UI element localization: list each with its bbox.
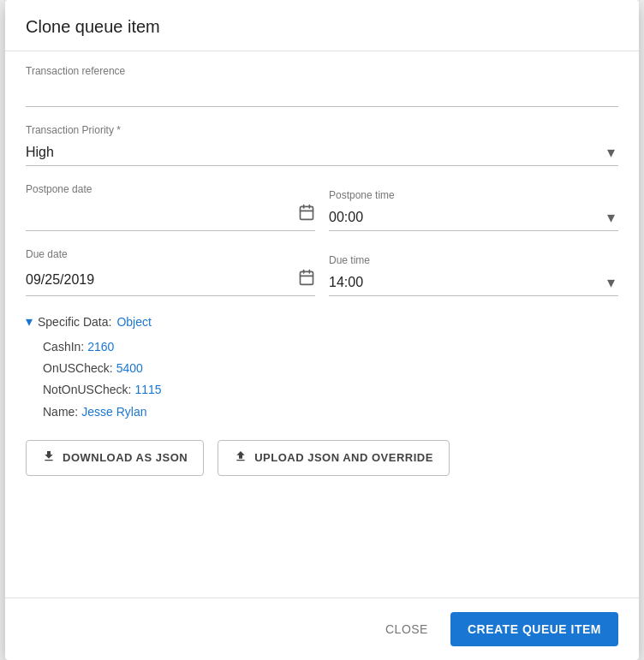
specific-data-header: ▾ Specific Data: Object bbox=[26, 313, 618, 330]
specific-data-section: ▾ Specific Data: Object CashIn: 2160 OnU… bbox=[26, 313, 618, 423]
due-date-input-wrapper bbox=[26, 264, 315, 296]
cashin-value: 2160 bbox=[87, 336, 114, 358]
due-time-group: Due time 00:00 06:00 12:00 14:00 18:00 ▾ bbox=[329, 254, 618, 296]
list-item: Name: Jesse Rylan bbox=[43, 401, 618, 423]
transaction-reference-label: Transaction reference bbox=[26, 65, 618, 77]
transaction-reference-input[interactable] bbox=[26, 80, 618, 107]
cashin-key: CashIn: bbox=[43, 336, 84, 358]
due-time-label: Due time bbox=[329, 254, 618, 266]
specific-data-expand-icon[interactable]: ▾ bbox=[26, 313, 33, 330]
upload-icon bbox=[234, 449, 247, 467]
specific-data-rows: CashIn: 2160 OnUSCheck: 5400 NotOnUSChec… bbox=[26, 336, 618, 423]
due-date-label: Due date bbox=[26, 248, 315, 260]
download-icon bbox=[42, 449, 56, 467]
onuscheck-key: OnUSCheck: bbox=[43, 358, 113, 379]
svg-rect-4 bbox=[301, 271, 313, 284]
download-json-label: DOWNLOAD AS JSON bbox=[63, 451, 188, 464]
list-item: OnUSCheck: 5400 bbox=[43, 358, 618, 379]
notonuscheck-key: NotOnUSCheck: bbox=[43, 379, 131, 401]
postpone-date-group: Postpone date bbox=[26, 183, 315, 231]
due-time-select-wrapper: 00:00 06:00 12:00 14:00 18:00 ▾ bbox=[329, 270, 618, 296]
clone-queue-item-dialog: Clone queue item Transaction reference T… bbox=[5, 0, 639, 660]
postpone-time-select[interactable]: 00:00 06:00 12:00 14:00 18:00 bbox=[329, 210, 618, 224]
json-buttons-row: DOWNLOAD AS JSON UPLOAD JSON AND OVERRID… bbox=[26, 440, 618, 476]
name-value: Jesse Rylan bbox=[81, 401, 146, 423]
due-row: Due date Due time bbox=[26, 248, 618, 296]
transaction-priority-group: Transaction Priority * Low Medium High C… bbox=[26, 124, 618, 166]
list-item: NotOnUSCheck: 1115 bbox=[43, 379, 618, 401]
postpone-time-select-wrapper: 00:00 06:00 12:00 14:00 18:00 ▾ bbox=[329, 205, 618, 231]
dialog-body: Transaction reference Transaction Priori… bbox=[5, 51, 639, 598]
specific-data-type[interactable]: Object bbox=[116, 315, 151, 329]
due-date-group: Due date bbox=[26, 248, 315, 296]
transaction-priority-select[interactable]: Low Medium High Critical bbox=[26, 145, 618, 159]
download-json-button[interactable]: DOWNLOAD AS JSON bbox=[26, 440, 204, 476]
specific-data-label: Specific Data: bbox=[38, 315, 111, 329]
upload-json-button[interactable]: UPLOAD JSON AND OVERRIDE bbox=[218, 440, 450, 476]
list-item: CashIn: 2160 bbox=[43, 336, 618, 358]
postpone-calendar-icon[interactable] bbox=[298, 204, 315, 225]
due-time-select[interactable]: 00:00 06:00 12:00 14:00 18:00 bbox=[329, 275, 618, 289]
postpone-time-label: Postpone time bbox=[329, 189, 618, 201]
upload-json-label: UPLOAD JSON AND OVERRIDE bbox=[254, 451, 433, 464]
postpone-date-input-wrapper bbox=[26, 199, 315, 231]
dialog-footer: CLOSE CREATE QUEUE ITEM bbox=[5, 598, 639, 660]
postpone-date-label: Postpone date bbox=[26, 183, 315, 195]
postpone-row: Postpone date Postpone time bbox=[26, 183, 618, 231]
transaction-reference-group: Transaction reference bbox=[26, 65, 618, 107]
due-calendar-icon[interactable] bbox=[298, 269, 315, 290]
transaction-priority-label: Transaction Priority * bbox=[26, 124, 618, 136]
postpone-date-input[interactable] bbox=[26, 207, 295, 223]
create-queue-item-button[interactable]: CREATE QUEUE ITEM bbox=[450, 612, 618, 646]
dialog-title: Clone queue item bbox=[26, 17, 618, 37]
name-key: Name: bbox=[43, 401, 78, 423]
dialog-header: Clone queue item bbox=[5, 0, 639, 51]
onuscheck-value: 5400 bbox=[116, 358, 143, 379]
notonuscheck-value: 1115 bbox=[134, 379, 161, 401]
due-date-input[interactable] bbox=[26, 272, 295, 288]
postpone-time-group: Postpone time 00:00 06:00 12:00 14:00 18… bbox=[329, 189, 618, 231]
svg-rect-0 bbox=[301, 206, 313, 219]
close-button[interactable]: CLOSE bbox=[370, 614, 444, 645]
transaction-priority-select-wrapper: Low Medium High Critical ▾ bbox=[26, 140, 618, 166]
